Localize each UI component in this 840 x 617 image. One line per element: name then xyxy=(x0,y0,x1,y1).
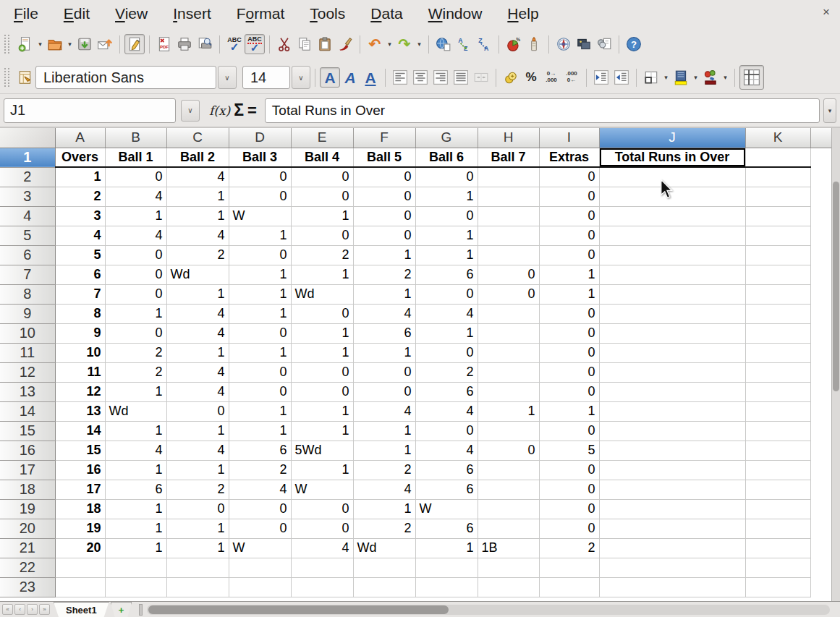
cell-H8[interactable]: 0 xyxy=(478,284,539,304)
cell-A13[interactable]: 12 xyxy=(55,382,105,401)
cell-G4[interactable]: 0 xyxy=(415,206,478,226)
cell-C19[interactable]: 0 xyxy=(166,499,229,519)
cell-I13[interactable]: 0 xyxy=(539,382,599,401)
cell-A19[interactable]: 18 xyxy=(55,499,105,519)
cell-F3[interactable]: 0 xyxy=(353,187,415,206)
cell-J14[interactable] xyxy=(599,401,745,421)
cell-A3[interactable]: 2 xyxy=(55,187,105,206)
cell-H2[interactable] xyxy=(478,167,539,187)
cell-K21[interactable] xyxy=(745,538,810,558)
cell-F7[interactable]: 2 xyxy=(353,265,415,284)
cell-H22[interactable] xyxy=(478,558,539,577)
menu-file[interactable]: File xyxy=(7,3,45,25)
cell-I21[interactable]: 2 xyxy=(539,538,599,558)
row-header-19[interactable]: 19 xyxy=(0,499,55,519)
borders-dropdown-icon[interactable]: ▾ xyxy=(661,69,671,86)
cell-J6[interactable] xyxy=(599,245,745,265)
gallery-button[interactable] xyxy=(574,34,594,54)
cell-C1[interactable]: Ball 2 xyxy=(166,148,229,167)
cell-E21[interactable]: 4 xyxy=(291,538,353,558)
font-size-dropdown-icon[interactable]: ∨ xyxy=(292,66,310,89)
row-header-4[interactable]: 4 xyxy=(0,206,55,226)
cell-K20[interactable] xyxy=(745,519,810,538)
cell-B9[interactable]: 1 xyxy=(105,304,166,323)
cell-D4[interactable]: W xyxy=(229,206,291,226)
cell-B20[interactable]: 1 xyxy=(105,519,166,538)
row-header-20[interactable]: 20 xyxy=(0,519,55,538)
row-header-5[interactable]: 5 xyxy=(0,226,55,245)
cell-B12[interactable]: 2 xyxy=(105,362,166,382)
borders-button[interactable] xyxy=(641,67,661,88)
tab-scrollbar-splitter[interactable] xyxy=(139,604,143,616)
background-color-dropdown-icon[interactable]: ▾ xyxy=(691,69,700,86)
cell-E7[interactable]: 1 xyxy=(291,265,353,284)
cell-H5[interactable] xyxy=(478,226,539,245)
cell-C16[interactable]: 4 xyxy=(166,441,229,460)
cell-K18[interactable] xyxy=(745,480,810,499)
cell-G16[interactable]: 4 xyxy=(415,441,478,460)
cell-D16[interactable]: 6 xyxy=(229,441,291,460)
column-header-g[interactable]: G xyxy=(415,128,478,148)
align-center-button[interactable] xyxy=(410,67,430,88)
cell-G10[interactable]: 1 xyxy=(415,323,478,343)
cell-H16[interactable]: 0 xyxy=(478,441,539,460)
cell-J1[interactable]: Total Runs in Over xyxy=(599,148,745,167)
cell-I15[interactable]: 0 xyxy=(539,421,599,441)
cell-H23[interactable] xyxy=(478,577,539,597)
cell-G2[interactable]: 0 xyxy=(415,167,478,187)
cell-G15[interactable]: 0 xyxy=(415,421,478,441)
cell-E12[interactable]: 0 xyxy=(291,362,353,382)
cell-G18[interactable]: 6 xyxy=(415,480,478,499)
new-document-dropdown-icon[interactable]: ▾ xyxy=(35,35,45,53)
cell-C21[interactable]: 1 xyxy=(166,538,229,558)
cell-G12[interactable]: 2 xyxy=(415,362,478,382)
cell-K6[interactable] xyxy=(745,245,810,265)
cell-C22[interactable] xyxy=(166,558,229,577)
cell-H3[interactable] xyxy=(478,187,539,206)
cell-A14[interactable]: 13 xyxy=(55,401,105,421)
cell-J8[interactable] xyxy=(599,284,745,304)
cell-J11[interactable] xyxy=(599,343,745,362)
cell-I11[interactable]: 0 xyxy=(539,343,599,362)
cell-B14[interactable]: Wd xyxy=(105,401,166,421)
formula-bar-expand-icon[interactable]: ▾ xyxy=(823,98,836,123)
cell-F8[interactable]: 1 xyxy=(353,284,415,304)
menu-window[interactable]: Window xyxy=(422,3,489,25)
cell-I22[interactable] xyxy=(539,558,599,577)
cell-B1[interactable]: Ball 1 xyxy=(105,148,166,167)
cell-A23[interactable] xyxy=(55,577,105,597)
row-header-22[interactable]: 22 xyxy=(0,558,55,577)
open-file-dropdown-icon[interactable]: ▾ xyxy=(65,35,75,53)
cell-D5[interactable]: 1 xyxy=(229,226,291,245)
column-header-b[interactable]: B xyxy=(105,128,166,148)
cell-C20[interactable]: 1 xyxy=(166,519,229,538)
cell-F18[interactable]: 4 xyxy=(353,480,415,499)
cell-F22[interactable] xyxy=(353,558,415,577)
cell-J18[interactable] xyxy=(599,480,745,499)
cell-G20[interactable]: 6 xyxy=(415,519,478,538)
cell-J4[interactable] xyxy=(599,206,745,226)
cell-I4[interactable]: 0 xyxy=(539,206,599,226)
cell-J7[interactable] xyxy=(599,265,745,284)
font-name-combobox[interactable]: Liberation Sans xyxy=(35,66,216,89)
cell-A2[interactable]: 1 xyxy=(55,167,105,187)
cell-I20[interactable]: 0 xyxy=(539,519,599,538)
cell-K19[interactable] xyxy=(745,499,810,519)
row-header-14[interactable]: 14 xyxy=(0,401,55,421)
copy-button[interactable] xyxy=(294,34,315,54)
cell-J12[interactable] xyxy=(599,362,745,382)
background-color-button[interactable] xyxy=(671,67,691,88)
cell-E8[interactable]: Wd xyxy=(291,284,353,304)
undo-dropdown-icon[interactable]: ▾ xyxy=(385,35,394,53)
cell-B10[interactable]: 0 xyxy=(105,323,166,343)
cell-B3[interactable]: 4 xyxy=(105,187,166,206)
cell-D9[interactable]: 1 xyxy=(229,304,291,323)
cell-J15[interactable] xyxy=(599,421,745,441)
cell-E17[interactable]: 1 xyxy=(291,460,353,480)
cell-G14[interactable]: 4 xyxy=(415,401,478,421)
cell-H17[interactable] xyxy=(478,460,539,480)
cell-E19[interactable]: 0 xyxy=(291,499,353,519)
cell-D12[interactable]: 0 xyxy=(229,362,291,382)
cell-D7[interactable]: 1 xyxy=(229,265,291,284)
conditional-formatting-button[interactable] xyxy=(700,67,721,88)
